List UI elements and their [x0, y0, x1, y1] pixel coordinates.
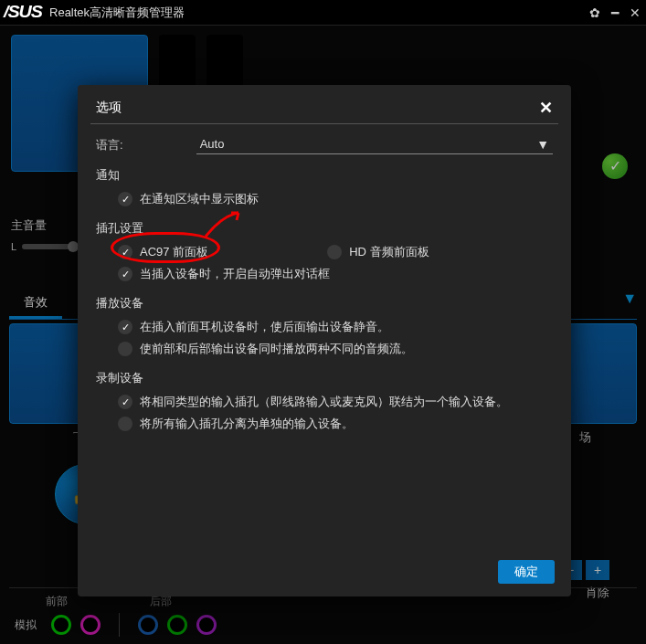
- checkbox-show-tray[interactable]: [118, 192, 132, 206]
- radio-hd-audio[interactable]: [327, 245, 342, 259]
- title-bar: /SUS Realtek高清晰音频管理器 ✿ ━ ✕: [0, 0, 646, 26]
- checkbox-split-inputs[interactable]: [118, 417, 132, 431]
- hd-audio-label: HD 音频前面板: [349, 244, 429, 260]
- record-heading: 录制设备: [96, 370, 553, 386]
- ac97-label: AC97 前面板: [140, 244, 208, 260]
- radio-ac97[interactable]: [118, 245, 132, 259]
- dialog-close-icon[interactable]: ✕: [539, 98, 553, 118]
- asus-logo: /SUS: [4, 3, 42, 22]
- app-title: Realtek高清晰音频管理器: [49, 5, 589, 21]
- show-tray-label: 在通知区域中显示图标: [140, 191, 259, 207]
- notify-heading: 通知: [96, 167, 553, 184]
- tie-same-label: 将相同类型的输入插孔（即线路输入或麦克风）联结为一个输入设备。: [140, 394, 508, 410]
- checkbox-tie-same[interactable]: [118, 395, 132, 409]
- close-icon[interactable]: ✕: [630, 5, 641, 20]
- minimize-icon[interactable]: ━: [611, 5, 619, 20]
- language-value: Auto: [200, 137, 225, 152]
- checkbox-mute-rear[interactable]: [118, 320, 132, 334]
- language-row: 语言: Auto ▼: [96, 135, 553, 154]
- language-select[interactable]: Auto ▼: [196, 135, 553, 154]
- auto-popup-label: 当插入设备时，开启自动弹出对话框: [140, 266, 330, 282]
- mute-rear-label: 在插入前面耳机设备时，使后面输出设备静音。: [140, 319, 389, 335]
- dialog-title: 选项: [96, 100, 122, 116]
- split-streams-label: 使前部和后部输出设备同时播放两种不同的音频流。: [140, 341, 413, 357]
- settings-gear-icon[interactable]: ✿: [589, 5, 600, 20]
- playback-heading: 播放设备: [96, 295, 553, 311]
- chevron-down-icon: ▼: [536, 137, 549, 152]
- split-inputs-label: 将所有输入插孔分离为单独的输入设备。: [140, 416, 354, 432]
- language-label: 语言:: [96, 137, 123, 153]
- options-dialog: 选项 ✕ 语言: Auto ▼ 通知 在通知区域中显示图标 插孔设置 AC97: [78, 85, 571, 596]
- divider: [90, 123, 558, 124]
- checkbox-auto-popup[interactable]: [118, 267, 132, 281]
- main-background: ✓ 主音量 L 音效 ▼ 下 场 👍 流 − + 肖除 前部 后部: [0, 26, 646, 644]
- jack-settings-heading: 插孔设置: [96, 220, 553, 237]
- ok-button[interactable]: 确定: [498, 560, 555, 584]
- checkbox-split-streams[interactable]: [118, 342, 132, 356]
